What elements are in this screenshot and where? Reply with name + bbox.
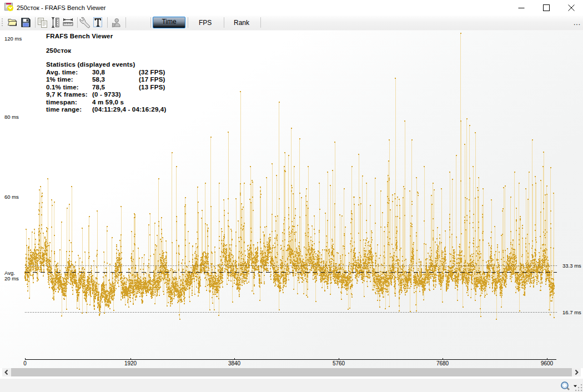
svg-text:16.7 ms: 16.7 ms (562, 309, 581, 315)
svg-text:5760: 5760 (333, 360, 345, 366)
svg-text:20 ms: 20 ms (4, 275, 19, 282)
svg-text:120 ms: 120 ms (4, 36, 22, 42)
svg-text:33.3 ms: 33.3 ms (562, 263, 581, 269)
svg-text:0: 0 (23, 360, 27, 366)
svg-text:3840: 3840 (228, 360, 241, 366)
svg-text:9600: 9600 (541, 360, 554, 366)
svg-text:80 ms: 80 ms (4, 114, 19, 120)
svg-text:60 ms: 60 ms (4, 194, 19, 200)
svg-text:7680: 7680 (436, 360, 449, 366)
svg-text:1920: 1920 (124, 360, 137, 366)
